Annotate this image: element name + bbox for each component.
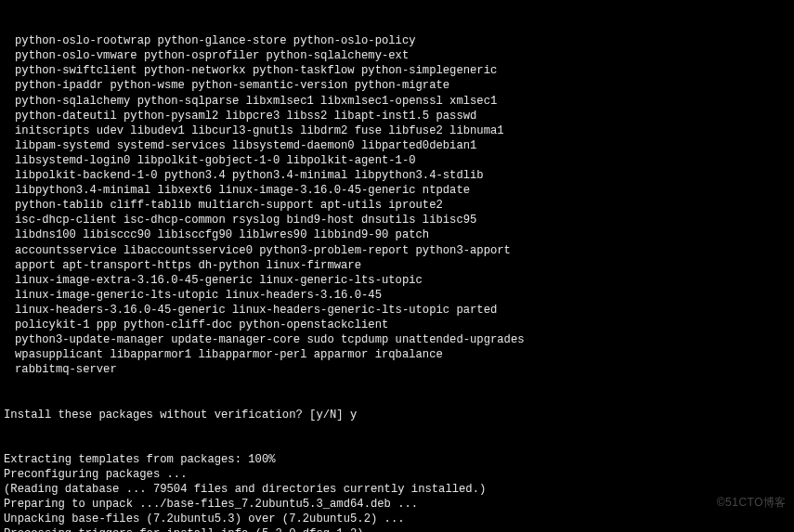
package-line: libpam-systemd systemd-services libsyste… — [0, 138, 794, 153]
package-line: python-dateutil python-pysaml2 libpcre3 … — [0, 109, 794, 123]
package-line: linux-image-extra-3.16.0-45-generic linu… — [0, 273, 794, 288]
package-line: apport apt-transport-https dh-python lin… — [0, 258, 794, 273]
package-line: linux-image-generic-lts-utopic linux-hea… — [0, 288, 794, 303]
package-line: linux-headers-3.16.0-45-generic linux-he… — [0, 303, 794, 318]
progress-line: Unpacking base-files (7.2ubuntu5.3) over… — [0, 512, 794, 526]
package-line: libdns100 libisccc90 libisccfg90 liblwre… — [0, 227, 794, 242]
package-line: python-sqlalchemy python-sqlparse libxml… — [0, 94, 794, 109]
progress-line: (Reading database ... 79504 files and di… — [0, 482, 794, 497]
progress-block: Extracting templates from packages: 100%… — [0, 452, 794, 532]
terminal-output: python-oslo-rootwrap python-glance-store… — [0, 0, 794, 532]
package-line: policykit-1 ppp python-cliff-doc python-… — [0, 318, 794, 332]
package-list-block: python-oslo-rootwrap python-glance-store… — [0, 33, 794, 377]
package-line: accountsservice libaccountsservice0 pyth… — [0, 243, 794, 258]
progress-line: Extracting templates from packages: 100% — [0, 452, 794, 467]
package-line: python-oslo-rootwrap python-glance-store… — [0, 33, 794, 48]
package-line: python-tablib cliff-tablib multiarch-sup… — [0, 198, 794, 213]
package-line: initscripts udev libudev1 libcurl3-gnutl… — [0, 123, 794, 138]
package-line: isc-dhcp-client isc-dhcp-common rsyslog … — [0, 213, 794, 227]
progress-line: Processing triggers for install-info (5.… — [0, 526, 794, 532]
package-line: python-ipaddr python-wsme python-semanti… — [0, 78, 794, 93]
package-line: libsystemd-login0 libpolkit-gobject-1-0 … — [0, 153, 794, 168]
package-line: libpolkit-backend-1-0 python3.4 python3.… — [0, 168, 794, 183]
progress-line: Preparing to unpack .../base-files_7.2ub… — [0, 497, 794, 512]
package-line: python-swiftclient python-networkx pytho… — [0, 63, 794, 78]
progress-line: Preconfiguring packages ... — [0, 467, 794, 482]
package-line: python3-update-manager update-manager-co… — [0, 332, 794, 347]
package-line: wpasupplicant libapparmor1 libapparmor-p… — [0, 347, 794, 362]
verification-prompt: Install these packages without verificat… — [0, 408, 794, 422]
package-line: python-oslo-vmware python-osprofiler pyt… — [0, 48, 794, 63]
watermark-text: ©51CTO博客 — [717, 495, 787, 510]
package-line: rabbitmq-server — [0, 362, 794, 377]
package-line: libpython3.4-minimal libxext6 linux-imag… — [0, 183, 794, 198]
